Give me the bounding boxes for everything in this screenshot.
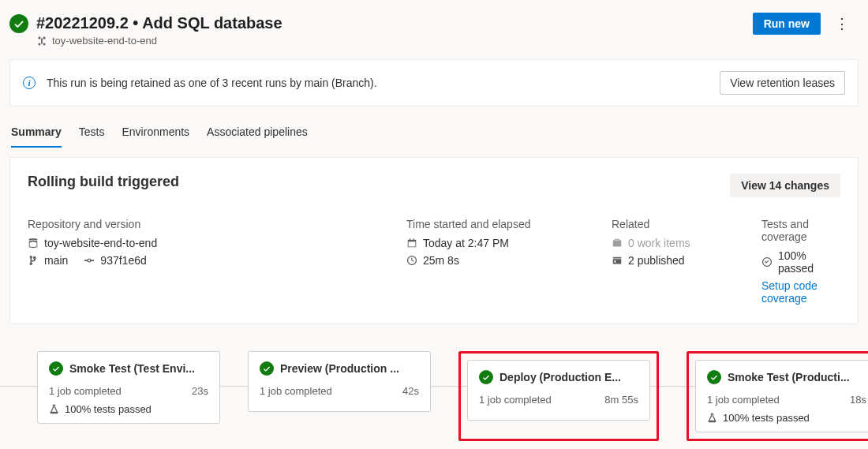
related-label: Related	[612, 218, 730, 230]
work-items-link[interactable]: 0 work items	[612, 237, 730, 249]
flask-icon	[49, 404, 59, 414]
more-actions-button[interactable]: ⋮	[832, 13, 852, 34]
view-retention-leases-button[interactable]: View retention leases	[720, 71, 845, 95]
time-column: Time started and elapsed Today at 2:47 P…	[406, 218, 580, 309]
stage-title: Smoke Test (Producti...	[728, 371, 850, 384]
success-icon	[9, 14, 28, 33]
view-changes-button[interactable]: View 14 changes	[730, 174, 840, 197]
stage-wrap: Smoke Test (Test Envi... 1 job completed…	[37, 351, 220, 441]
tab-environments[interactable]: Environments	[122, 125, 190, 148]
commit-link[interactable]: 937f1e6d	[100, 254, 146, 267]
stage-duration: 23s	[192, 385, 208, 397]
artifacts-link[interactable]: 2 published	[612, 254, 730, 267]
trigger-heading: Rolling build triggered	[28, 174, 179, 190]
time-started: Today at 2:47 PM	[406, 237, 580, 249]
stage-jobs: 1 job completed	[49, 385, 122, 397]
repo-name-link[interactable]: toy-website-end-to-end	[28, 237, 375, 249]
stage-title: Deploy (Production E...	[499, 371, 621, 384]
stage-jobs: 1 job completed	[707, 394, 780, 406]
branch-icon	[28, 255, 39, 266]
run-new-button[interactable]: Run new	[753, 13, 821, 35]
repo-icon	[28, 238, 39, 249]
pipeline-link[interactable]: toy-website-end-to-end	[36, 35, 282, 47]
stage-duration: 42s	[402, 385, 419, 397]
stage-title: Smoke Test (Test Envi...	[69, 362, 195, 375]
run-header: #20221209.2 • Add SQL database toy-websi…	[0, 0, 868, 56]
stages-strip: Smoke Test (Test Envi... 1 job completed…	[0, 337, 868, 449]
stage-duration: 18s	[850, 394, 866, 406]
time-label: Time started and elapsed	[406, 218, 580, 230]
stage-card-smoke-test-production[interactable]: Smoke Test (Producti... 1 job completed …	[695, 360, 868, 432]
pipeline-icon	[36, 36, 47, 47]
stage-wrap: Preview (Production ... 1 job completed …	[248, 351, 431, 441]
pass-icon	[761, 256, 773, 268]
pipeline-name: toy-website-end-to-end	[52, 35, 157, 47]
success-icon	[49, 361, 63, 376]
tests-label: Tests and coverage	[761, 218, 840, 243]
retention-info-bar: i This run is being retained as one of 3…	[9, 59, 859, 107]
success-icon	[260, 361, 274, 376]
stage-jobs: 1 job completed	[479, 394, 552, 406]
repo-column: Repository and version toy-website-end-t…	[28, 218, 375, 309]
artifact-icon	[612, 255, 623, 266]
calendar-icon	[406, 238, 417, 249]
tests-passed[interactable]: 100% passed	[761, 249, 840, 275]
stage-tests: 100% tests passed	[49, 403, 208, 415]
setup-coverage-link[interactable]: Setup code coverage	[761, 279, 840, 305]
repo-label: Repository and version	[28, 218, 375, 230]
stage-jobs: 1 job completed	[260, 385, 332, 397]
stage-duration: 8m 55s	[604, 394, 638, 406]
time-elapsed: 25m 8s	[406, 254, 580, 267]
tab-tests[interactable]: Tests	[79, 125, 105, 148]
page-title: #20221209.2 • Add SQL database	[36, 13, 282, 33]
commit-icon	[84, 255, 95, 266]
more-vertical-icon: ⋮	[835, 16, 849, 32]
info-icon: i	[23, 77, 36, 89]
summary-meta: Repository and version toy-website-end-t…	[28, 218, 840, 309]
flask-icon	[707, 413, 717, 423]
stage-wrap: Smoke Test (Producti... 1 job completed …	[687, 351, 868, 441]
header-title-block: #20221209.2 • Add SQL database toy-websi…	[9, 13, 282, 47]
tests-column: Tests and coverage 100% passed Setup cod…	[761, 218, 840, 309]
stage-card-preview-production[interactable]: Preview (Production ... 1 job completed …	[248, 351, 431, 412]
success-icon	[479, 370, 493, 384]
run-tabs: Summary Tests Environments Associated pi…	[0, 107, 868, 148]
workitem-icon	[612, 238, 623, 249]
summary-card: Rolling build triggered View 14 changes …	[9, 157, 859, 324]
stage-card-deploy-production[interactable]: Deploy (Production E... 1 job completed …	[467, 360, 650, 421]
tab-associated-pipelines[interactable]: Associated pipelines	[207, 125, 308, 148]
tab-summary[interactable]: Summary	[11, 125, 62, 148]
stage-card-smoke-test-test[interactable]: Smoke Test (Test Envi... 1 job completed…	[37, 351, 220, 424]
clock-icon	[406, 255, 417, 266]
stage-title: Preview (Production ...	[280, 362, 399, 375]
stage-tests: 100% tests passed	[707, 412, 866, 424]
related-column: Related 0 work items 2 published	[612, 218, 730, 309]
branch-link[interactable]: main	[44, 254, 68, 267]
success-icon	[707, 370, 721, 384]
retention-message: This run is being retained as one of 3 r…	[47, 77, 377, 89]
stage-wrap: Deploy (Production E... 1 job completed …	[458, 351, 659, 441]
